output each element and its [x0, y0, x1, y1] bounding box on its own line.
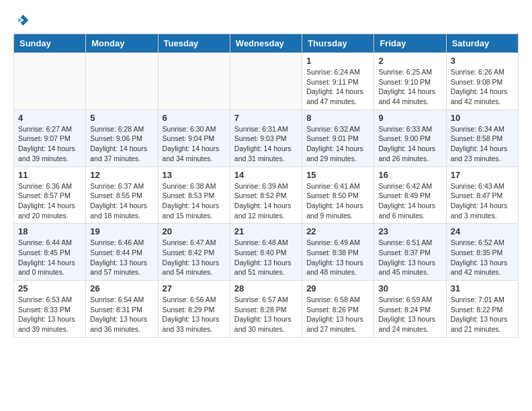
- calendar-day-cell: 20Sunrise: 6:47 AM Sunset: 8:42 PM Dayli…: [158, 224, 230, 281]
- day-number: 25: [18, 283, 81, 293]
- day-info: Sunrise: 6:32 AM Sunset: 9:01 PM Dayligh…: [306, 124, 369, 164]
- day-number: 22: [306, 226, 369, 236]
- day-number: 31: [451, 283, 514, 293]
- day-info: Sunrise: 6:46 AM Sunset: 8:44 PM Dayligh…: [90, 238, 153, 277]
- calendar-week-row: 1Sunrise: 6:24 AM Sunset: 9:11 PM Daylig…: [14, 53, 519, 110]
- day-info: Sunrise: 6:41 AM Sunset: 8:50 PM Dayligh…: [306, 181, 369, 221]
- svg-marker-1: [18, 18, 21, 23]
- calendar-day-cell: 3Sunrise: 6:26 AM Sunset: 9:08 PM Daylig…: [446, 53, 518, 110]
- day-number: 27: [163, 283, 226, 293]
- calendar-day-cell: 27Sunrise: 6:56 AM Sunset: 8:29 PM Dayli…: [158, 281, 230, 338]
- day-number: 21: [234, 226, 298, 236]
- day-number: 10: [451, 113, 514, 123]
- day-info: Sunrise: 6:36 AM Sunset: 8:57 PM Dayligh…: [18, 181, 81, 221]
- calendar-day-cell: [86, 53, 158, 110]
- calendar-header-row: SundayMondayTuesdayWednesdayThursdayFrid…: [14, 34, 519, 53]
- calendar-week-row: 4Sunrise: 6:27 AM Sunset: 9:07 PM Daylig…: [14, 109, 519, 167]
- day-info: Sunrise: 6:56 AM Sunset: 8:29 PM Dayligh…: [163, 295, 226, 334]
- day-info: Sunrise: 6:59 AM Sunset: 8:24 PM Dayligh…: [378, 295, 441, 334]
- calendar-day-cell: 13Sunrise: 6:38 AM Sunset: 8:53 PM Dayli…: [158, 167, 230, 224]
- day-number: 2: [378, 56, 441, 66]
- calendar-day-cell: [158, 53, 230, 110]
- calendar-day-cell: 10Sunrise: 6:34 AM Sunset: 8:58 PM Dayli…: [446, 109, 518, 167]
- day-info: Sunrise: 6:44 AM Sunset: 8:45 PM Dayligh…: [18, 238, 81, 277]
- day-info: Sunrise: 6:31 AM Sunset: 9:03 PM Dayligh…: [234, 124, 298, 164]
- page-header: [13, 13, 519, 27]
- calendar-table: SundayMondayTuesdayWednesdayThursdayFrid…: [13, 34, 519, 338]
- day-info: Sunrise: 6:25 AM Sunset: 9:10 PM Dayligh…: [378, 67, 441, 107]
- logo: [13, 13, 31, 27]
- calendar-day-cell: 7Sunrise: 6:31 AM Sunset: 9:03 PM Daylig…: [230, 109, 302, 167]
- day-number: 13: [163, 170, 226, 180]
- calendar-day-cell: 23Sunrise: 6:51 AM Sunset: 8:37 PM Dayli…: [374, 224, 446, 281]
- logo-icon: [16, 13, 30, 27]
- day-number: 30: [378, 283, 441, 293]
- calendar-day-cell: 18Sunrise: 6:44 AM Sunset: 8:45 PM Dayli…: [14, 224, 86, 281]
- day-info: Sunrise: 6:42 AM Sunset: 8:49 PM Dayligh…: [378, 181, 441, 221]
- day-info: Sunrise: 6:38 AM Sunset: 8:53 PM Dayligh…: [163, 181, 226, 221]
- calendar-day-cell: 21Sunrise: 6:48 AM Sunset: 8:40 PM Dayli…: [230, 224, 302, 281]
- day-number: 18: [18, 226, 81, 236]
- day-number: 17: [451, 170, 514, 180]
- day-of-week-header: Wednesday: [230, 34, 302, 53]
- day-info: Sunrise: 6:54 AM Sunset: 8:31 PM Dayligh…: [90, 295, 153, 334]
- day-info: Sunrise: 6:34 AM Sunset: 8:58 PM Dayligh…: [451, 124, 514, 164]
- calendar-day-cell: [230, 53, 302, 110]
- day-number: 3: [451, 56, 514, 66]
- calendar-day-cell: 4Sunrise: 6:27 AM Sunset: 9:07 PM Daylig…: [14, 109, 86, 167]
- calendar-day-cell: 12Sunrise: 6:37 AM Sunset: 8:55 PM Dayli…: [86, 167, 158, 224]
- calendar-day-cell: 19Sunrise: 6:46 AM Sunset: 8:44 PM Dayli…: [86, 224, 158, 281]
- day-info: Sunrise: 6:48 AM Sunset: 8:40 PM Dayligh…: [234, 238, 298, 277]
- day-number: 16: [378, 170, 441, 180]
- day-info: Sunrise: 6:57 AM Sunset: 8:28 PM Dayligh…: [234, 295, 298, 334]
- calendar-week-row: 18Sunrise: 6:44 AM Sunset: 8:45 PM Dayli…: [14, 224, 519, 281]
- day-number: 24: [451, 226, 514, 236]
- day-of-week-header: Friday: [374, 34, 446, 53]
- day-number: 28: [234, 283, 298, 293]
- calendar-day-cell: 26Sunrise: 6:54 AM Sunset: 8:31 PM Dayli…: [86, 281, 158, 338]
- calendar-day-cell: 6Sunrise: 6:30 AM Sunset: 9:04 PM Daylig…: [158, 109, 230, 167]
- calendar-day-cell: [14, 53, 86, 110]
- day-info: Sunrise: 6:27 AM Sunset: 9:07 PM Dayligh…: [18, 124, 81, 164]
- day-info: Sunrise: 6:43 AM Sunset: 8:47 PM Dayligh…: [451, 181, 514, 221]
- day-info: Sunrise: 6:26 AM Sunset: 9:08 PM Dayligh…: [451, 67, 514, 107]
- calendar-day-cell: 11Sunrise: 6:36 AM Sunset: 8:57 PM Dayli…: [14, 167, 86, 224]
- day-number: 1: [306, 56, 369, 66]
- day-info: Sunrise: 6:24 AM Sunset: 9:11 PM Dayligh…: [306, 67, 369, 107]
- calendar-day-cell: 17Sunrise: 6:43 AM Sunset: 8:47 PM Dayli…: [446, 167, 518, 224]
- day-info: Sunrise: 6:37 AM Sunset: 8:55 PM Dayligh…: [90, 181, 153, 221]
- day-of-week-header: Monday: [86, 34, 158, 53]
- calendar-day-cell: 30Sunrise: 6:59 AM Sunset: 8:24 PM Dayli…: [374, 281, 446, 338]
- day-info: Sunrise: 6:30 AM Sunset: 9:04 PM Dayligh…: [163, 124, 226, 164]
- day-of-week-header: Tuesday: [158, 34, 230, 53]
- day-info: Sunrise: 6:39 AM Sunset: 8:52 PM Dayligh…: [234, 181, 298, 221]
- calendar-day-cell: 31Sunrise: 7:01 AM Sunset: 8:22 PM Dayli…: [446, 281, 518, 338]
- day-number: 9: [378, 113, 441, 123]
- day-info: Sunrise: 6:51 AM Sunset: 8:37 PM Dayligh…: [378, 238, 441, 277]
- day-number: 8: [306, 113, 369, 123]
- day-number: 23: [378, 226, 441, 236]
- day-number: 20: [163, 226, 226, 236]
- svg-marker-0: [21, 15, 29, 26]
- day-info: Sunrise: 6:33 AM Sunset: 9:00 PM Dayligh…: [378, 124, 441, 164]
- calendar-week-row: 25Sunrise: 6:53 AM Sunset: 8:33 PM Dayli…: [14, 281, 519, 338]
- calendar-day-cell: 5Sunrise: 6:28 AM Sunset: 9:06 PM Daylig…: [86, 109, 158, 167]
- day-of-week-header: Sunday: [14, 34, 86, 53]
- calendar-day-cell: 8Sunrise: 6:32 AM Sunset: 9:01 PM Daylig…: [302, 109, 374, 167]
- day-number: 15: [306, 170, 369, 180]
- day-info: Sunrise: 7:01 AM Sunset: 8:22 PM Dayligh…: [451, 295, 514, 334]
- day-of-week-header: Saturday: [446, 34, 518, 53]
- calendar-day-cell: 9Sunrise: 6:33 AM Sunset: 9:00 PM Daylig…: [374, 109, 446, 167]
- calendar-day-cell: 29Sunrise: 6:58 AM Sunset: 8:26 PM Dayli…: [302, 281, 374, 338]
- day-of-week-header: Thursday: [302, 34, 374, 53]
- day-number: 29: [306, 283, 369, 293]
- day-info: Sunrise: 6:47 AM Sunset: 8:42 PM Dayligh…: [163, 238, 226, 277]
- day-number: 12: [90, 170, 153, 180]
- calendar-week-row: 11Sunrise: 6:36 AM Sunset: 8:57 PM Dayli…: [14, 167, 519, 224]
- day-info: Sunrise: 6:52 AM Sunset: 8:35 PM Dayligh…: [451, 238, 514, 277]
- calendar-day-cell: 2Sunrise: 6:25 AM Sunset: 9:10 PM Daylig…: [374, 53, 446, 110]
- calendar-day-cell: 1Sunrise: 6:24 AM Sunset: 9:11 PM Daylig…: [302, 53, 374, 110]
- calendar-day-cell: 24Sunrise: 6:52 AM Sunset: 8:35 PM Dayli…: [446, 224, 518, 281]
- day-info: Sunrise: 6:28 AM Sunset: 9:06 PM Dayligh…: [90, 124, 153, 164]
- day-info: Sunrise: 6:53 AM Sunset: 8:33 PM Dayligh…: [18, 295, 81, 334]
